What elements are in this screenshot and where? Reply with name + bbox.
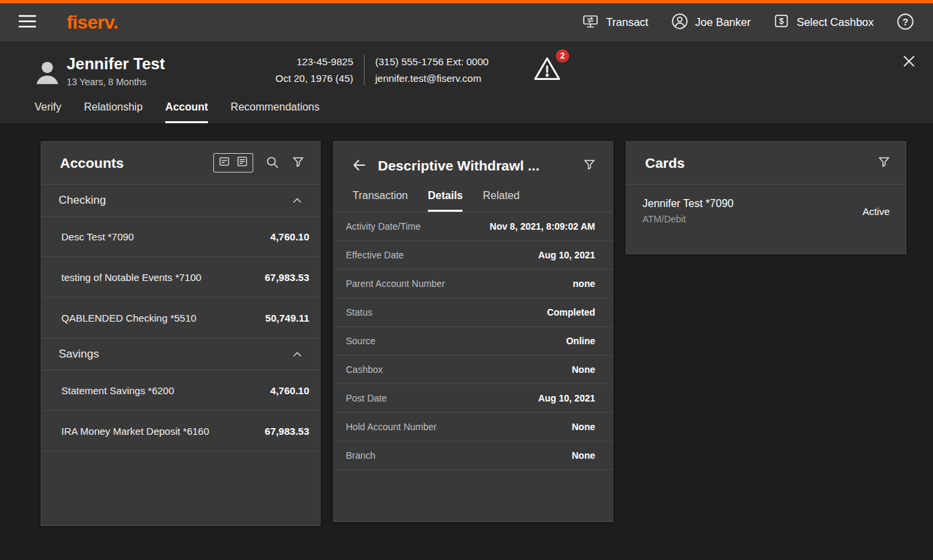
back-button[interactable]: [349, 154, 370, 178]
account-label: testing of Notable Events *7100: [61, 272, 201, 283]
filter-icon: [291, 155, 305, 171]
help-button[interactable]: ?: [896, 13, 914, 33]
group-title: Checking: [59, 194, 106, 207]
card-row[interactable]: Jennifer Test *7090 ATM/Debit Active: [626, 184, 906, 240]
field-value: Nov 8, 2021, 8:09:02 AM: [490, 221, 595, 232]
field-row: Branch None: [334, 441, 612, 470]
customer-tabs: Verify Relationship Account Recommendati…: [35, 101, 319, 123]
field-value: none: [573, 278, 595, 289]
tab-recommendations[interactable]: Recommendations: [231, 101, 319, 123]
card-text-block: Jennifer Test *7090 ATM/Debit: [642, 198, 734, 224]
account-row[interactable]: testing of Notable Events *7100 67,983.5…: [41, 257, 320, 298]
alerts-button[interactable]: 2: [533, 56, 561, 84]
account-row[interactable]: Desc Test *7090 4,760.10: [41, 216, 320, 257]
field-row: Activity Date/Time Nov 8, 2021, 8:09:02 …: [334, 212, 612, 241]
field-value: None: [572, 450, 595, 461]
top-bar: fiserv. Transact: [0, 3, 933, 41]
menu-button[interactable]: [11, 11, 44, 34]
details-tabs: Transaction Details Related: [334, 190, 612, 212]
accounts-title: Accounts: [60, 155, 124, 171]
account-amount: 4,760.10: [271, 231, 309, 242]
cards-panel: Cards Jennifer Test *7090 ATM/Debit: [626, 141, 906, 254]
search-icon: [265, 155, 279, 171]
account-amount: 50,749.11: [265, 312, 309, 324]
accounts-panel-header: Accounts: [41, 142, 320, 184]
account-row[interactable]: IRA Money Market Deposit *6160 67,983.53: [41, 411, 320, 451]
user-menu-button[interactable]: Joe Banker: [671, 13, 750, 33]
field-row: Hold Account Number None: [334, 413, 612, 441]
field-label: Status: [346, 307, 373, 318]
warning-icon: [533, 72, 561, 83]
cards-filter-button[interactable]: [877, 155, 891, 171]
field-label: Hold Account Number: [346, 421, 437, 432]
field-row: Status Completed: [334, 298, 612, 327]
account-label: IRA Money Market Deposit *6160: [61, 425, 209, 437]
details-panel-header: Descriptive Withdrawl ...: [334, 142, 612, 190]
field-label: Cashbox: [346, 364, 383, 375]
accounts-header-icons: [213, 153, 305, 172]
accounts-filter-button[interactable]: [291, 155, 305, 171]
field-label: Activity Date/Time: [346, 221, 421, 232]
group-header-checking[interactable]: Checking: [41, 184, 320, 216]
cashbox-icon: $: [773, 13, 790, 32]
tab-verify[interactable]: Verify: [35, 101, 61, 123]
account-row[interactable]: Statement Savings *6200 4,760.10: [41, 370, 320, 411]
tab-details[interactable]: Details: [428, 190, 463, 212]
customer-id-column: 123-45-9825 Oct 20, 1976 (45): [272, 56, 353, 84]
search-button[interactable]: [265, 155, 279, 171]
app-root: fiserv. Transact: [0, 0, 933, 526]
customer-contact-column: (315) 555-1756 Ext: 0000 jennifer.test@f…: [375, 56, 488, 84]
tab-related[interactable]: Related: [482, 190, 519, 212]
field-row: Source Online: [334, 327, 612, 356]
field-label: Parent Account Number: [346, 278, 445, 289]
transact-label: Transact: [606, 16, 648, 29]
field-row: Cashbox None: [334, 356, 612, 384]
customer-dob: Oct 20, 1976 (45): [275, 73, 353, 84]
close-icon: [901, 61, 917, 71]
field-value: Aug 10, 2021: [538, 393, 595, 404]
customer-email: jennifer.test@fiserv.com: [375, 73, 488, 84]
customer-phone: (315) 555-1756 Ext: 0000: [375, 56, 488, 67]
tab-account[interactable]: Account: [165, 101, 208, 123]
view-compact-icon: [219, 156, 230, 170]
user-name-label: Joe Banker: [695, 16, 750, 29]
customer-name: Jennifer Test: [67, 55, 165, 73]
field-value: Completed: [547, 307, 595, 318]
info-divider: [364, 55, 365, 85]
card-name: Jennifer Test *7090: [642, 198, 734, 210]
field-value: None: [572, 364, 595, 375]
field-label: Post Date: [346, 393, 387, 404]
cards-header-icons: [877, 155, 891, 171]
field-label: Source: [346, 336, 375, 346]
account-label: Desc Test *7090: [61, 231, 134, 242]
field-row: Post Date Aug 10, 2021: [334, 384, 612, 413]
view-toggle[interactable]: [213, 153, 253, 172]
select-cashbox-button[interactable]: $ Select Cashbox: [773, 13, 874, 32]
cards-panel-header: Cards: [626, 142, 906, 184]
help-icon: ?: [896, 13, 914, 33]
back-arrow-icon: [351, 157, 367, 175]
tab-transaction[interactable]: Transaction: [353, 190, 408, 212]
close-button[interactable]: [898, 51, 920, 74]
account-label: Statement Savings *6200: [61, 385, 174, 396]
svg-text:?: ?: [902, 16, 908, 27]
tab-relationship[interactable]: Relationship: [84, 101, 143, 123]
transaction-details-panel: Descriptive Withdrawl ... Transaction De…: [333, 141, 613, 522]
field-row: Parent Account Number none: [334, 270, 612, 298]
transact-icon: [582, 13, 599, 32]
chevron-up-icon: [291, 348, 304, 361]
account-label: QABLENDED Checking *5510: [61, 312, 197, 324]
details-filter-button[interactable]: [582, 158, 596, 174]
field-value: None: [572, 421, 595, 432]
field-row: Effective Date Aug 10, 2021: [334, 241, 612, 270]
main-content: Accounts: [0, 123, 933, 526]
account-row[interactable]: QABLENDED Checking *5510 50,749.11: [41, 298, 320, 338]
cashbox-label: Select Cashbox: [796, 16, 874, 29]
transact-button[interactable]: Transact: [582, 13, 648, 32]
details-title: Descriptive Withdrawl ...: [378, 158, 540, 174]
group-header-savings[interactable]: Savings: [41, 338, 320, 370]
user-icon: [671, 13, 688, 33]
hamburger-icon: [19, 15, 36, 30]
filter-icon: [877, 155, 891, 171]
filter-icon: [582, 158, 596, 174]
